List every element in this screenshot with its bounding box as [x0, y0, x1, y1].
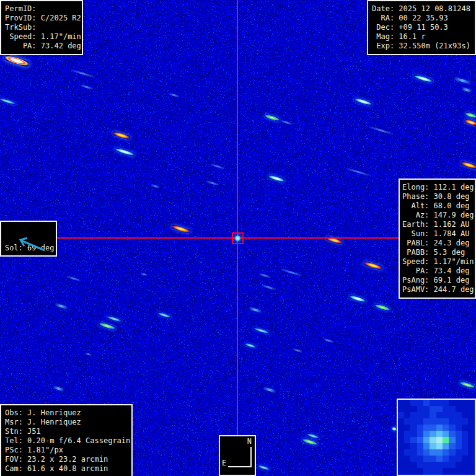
panel-line: PSc: 1.81"/px — [5, 446, 128, 455]
star-trail — [55, 303, 68, 309]
fits-image-viewport: PermID:ProvID: C/2025 R2TrkSub: Speed: 1… — [0, 0, 476, 476]
star-trail — [206, 180, 219, 186]
star-trail — [306, 433, 320, 439]
panel-line: Date: 2025 12 08.81248 — [372, 4, 471, 14]
panel-line: PA: 73.4 deg — [402, 267, 472, 276]
star-trail — [3, 54, 30, 68]
star-trail — [464, 118, 476, 126]
star-trail — [280, 268, 302, 276]
panel-line: Tel: 0.20-m f/6.4 Cassegrain — [5, 436, 128, 446]
panel-line: PermID: — [5, 4, 78, 14]
star-trail — [302, 438, 319, 446]
star-trail — [374, 303, 391, 311]
star-trail — [363, 260, 384, 270]
star-trail — [0, 97, 17, 106]
comet-zoom-pixels — [398, 400, 475, 475]
panel-line: Earth: 1.162 AU — [402, 220, 472, 229]
panel-line: RA: 00 22 35.93 — [372, 14, 471, 23]
panel-line: Elong: 112.1 deg — [402, 183, 472, 192]
panel-line: Phase: 30.8 deg — [402, 192, 472, 201]
star-trail — [106, 315, 122, 322]
panel-line: FOV: 23.2 x 23.2 arcmin — [5, 455, 128, 464]
star-trail — [261, 284, 276, 290]
compass-east-axis — [228, 466, 252, 467]
star-trail — [454, 77, 471, 84]
star-trail — [369, 126, 393, 135]
star-trail — [249, 307, 262, 313]
star-trail — [80, 84, 94, 90]
comet-zoom-inset — [397, 399, 476, 476]
panel-line: PsAng: 69.1 deg — [402, 276, 472, 285]
star-trail — [157, 312, 172, 319]
star-trail — [459, 381, 476, 389]
star-trail — [84, 352, 91, 356]
star-trail — [293, 348, 302, 353]
star-trail — [413, 74, 433, 83]
star-trail — [323, 338, 334, 343]
star-trail — [244, 342, 257, 349]
star-trail — [114, 147, 135, 157]
compass-north-axis — [250, 447, 252, 467]
sun-direction-arrow-icon — [4, 233, 56, 254]
panel-line: PsAMV: 244.7 deg — [402, 285, 472, 294]
star-trail — [171, 224, 192, 234]
panel-line: Exp: 32.550m (21x93s) — [372, 42, 471, 51]
star-trail — [150, 184, 159, 188]
astrometry-panel: Date: 2025 12 08.81248 RA: 00 22 35.93 D… — [367, 0, 476, 55]
star-trail — [53, 386, 63, 392]
star-trail — [268, 174, 286, 183]
panel-line: Dec: +09 11 50.3 — [372, 23, 471, 32]
object-info-panel: PermID:ProvID: C/2025 R2TrkSub: Speed: 1… — [0, 0, 83, 55]
target-marker-box — [232, 232, 244, 244]
star-trail — [264, 113, 281, 121]
compass-north-label: N — [247, 437, 252, 446]
panel-line: Az: 147.9 deg — [402, 211, 472, 220]
panel-line: PA: 73.42 deg — [5, 42, 78, 51]
panel-line: PABB: 5.3 deg — [402, 248, 472, 257]
panel-line: TrkSub: — [5, 23, 78, 32]
star-trail — [263, 387, 276, 393]
panel-line: Speed: 1.17"/min — [402, 257, 472, 267]
star-trail — [461, 161, 476, 170]
panel-line: Stn: J51 — [5, 427, 128, 436]
panel-line: Speed: 1.17"/min — [5, 32, 78, 42]
panel-line: Mag: 16.1 r — [372, 32, 471, 42]
panel-line: Cam: 61.6 x 40.8 arcmin — [5, 464, 128, 474]
panel-line: Alt: 68.0 deg — [402, 201, 472, 211]
star-trail — [346, 167, 370, 177]
star-trail — [140, 272, 147, 276]
panel-line: Obs: J. Henriquez — [5, 408, 128, 418]
panel-line: Msr: J. Henriquez — [5, 418, 128, 427]
star-trail — [354, 97, 372, 107]
compass-rose: N E — [219, 435, 256, 476]
panel-line: PABL: 24.3 deg — [402, 239, 472, 248]
observer-info-panel: Obs: J. HenriquezMsr: J. HenriquezStn: J… — [0, 404, 133, 476]
star-trail — [258, 273, 271, 278]
star-trail — [280, 120, 293, 125]
star-trail — [253, 327, 270, 335]
star-trail — [66, 276, 81, 282]
star-trail — [465, 112, 476, 119]
star-trail — [112, 131, 131, 140]
compass-east-label: E — [222, 459, 226, 467]
panel-line: ProvID: C/2025 R2 — [5, 14, 78, 23]
ephemeris-panel: Elong: 112.1 degPhase: 30.8 deg Alt: 68.… — [399, 178, 476, 299]
star-trail — [210, 164, 225, 170]
star-trail — [169, 92, 180, 97]
sun-direction-panel: Sol: 69 deg — [0, 221, 57, 257]
star-trail — [349, 294, 367, 303]
star-trail — [462, 87, 472, 93]
star-trail — [70, 69, 94, 78]
panel-line: Sun: 1.784 AU — [402, 229, 472, 239]
star-trail — [257, 464, 270, 471]
star-trail — [99, 322, 117, 330]
